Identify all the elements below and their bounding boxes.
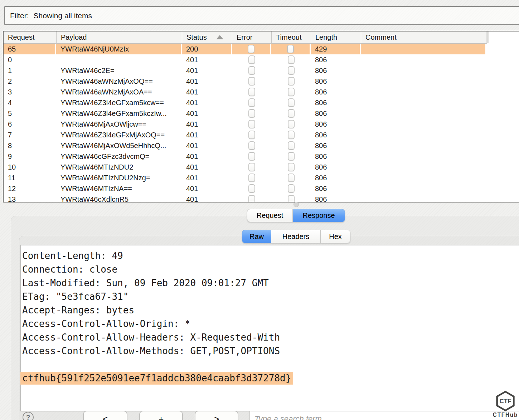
cell-payload: YWRtaW46MjAxOWljcw==: [56, 119, 182, 130]
error-checkbox[interactable]: [248, 174, 255, 182]
column-header-payload[interactable]: Payload: [56, 31, 182, 44]
table-row[interactable]: 11YWRtaW46MTIzNDU2Nzg=401806: [4, 172, 519, 183]
error-checkbox[interactable]: [248, 88, 255, 96]
cell-status: 401: [182, 97, 232, 108]
response-line: Access-Control-Allow-Headers: X-Requeste…: [22, 331, 516, 344]
cell-filler: [486, 76, 519, 87]
error-checkbox[interactable]: [248, 55, 255, 64]
cell-status: 401: [182, 54, 232, 65]
table-row[interactable]: 10YWRtaW46MTIzNDU2401806: [4, 162, 519, 172]
table-row[interactable]: 1YWRtaW46c2E=401806: [4, 65, 519, 76]
error-checkbox[interactable]: [248, 109, 255, 118]
column-header-request[interactable]: Request: [4, 31, 56, 44]
timeout-checkbox[interactable]: [288, 120, 295, 128]
filter-status-text: Showing all items: [34, 11, 92, 20]
cell-filler: [486, 54, 519, 65]
timeout-checkbox[interactable]: [288, 88, 295, 96]
cell-length: 806: [311, 54, 361, 65]
cell-comment: [361, 44, 486, 54]
timeout-checkbox[interactable]: [288, 98, 295, 107]
error-checkbox[interactable]: [248, 66, 255, 75]
table-row[interactable]: 4YWRtaW46Z3l4eGFxam5kcw==401806: [4, 97, 519, 108]
table-row[interactable]: 13YWRtaW46cXdlcnR5401806: [4, 194, 519, 202]
cell-timeout: [271, 65, 311, 76]
cell-error: [232, 130, 271, 140]
highlighted-flag: ctfhub{591f252e5091ee7f1addcb380e4caabf3…: [20, 372, 293, 385]
response-text: Content-Length: 49Connection: closeLast-…: [22, 249, 516, 385]
error-checkbox[interactable]: [248, 195, 255, 202]
error-checkbox[interactable]: [248, 184, 255, 193]
error-checkbox[interactable]: [248, 120, 255, 128]
search-next-button[interactable]: >: [195, 411, 238, 420]
timeout-checkbox[interactable]: [288, 184, 295, 193]
cell-timeout: [271, 194, 311, 202]
search-add-button[interactable]: +: [139, 411, 183, 420]
header-end-divider: [486, 31, 489, 43]
tab-response[interactable]: Response: [293, 209, 345, 222]
timeout-checkbox[interactable]: [288, 141, 295, 150]
timeout-checkbox[interactable]: [288, 195, 295, 202]
cell-comment: [361, 151, 486, 162]
table-row[interactable]: 2YWRtaW46aWNzMjAxOQ==401806: [4, 76, 519, 87]
cell-length: 806: [311, 172, 361, 183]
cell-error: [232, 119, 271, 130]
table-row[interactable]: 12YWRtaW46MTIzNA==401806: [4, 183, 519, 194]
filter-bar[interactable]: Filter: Showing all items: [4, 6, 519, 25]
column-header-timeout[interactable]: Timeout: [271, 31, 311, 44]
cell-request: 13: [4, 194, 56, 202]
tab-raw[interactable]: Raw: [242, 230, 271, 243]
table-row[interactable]: 3YWRtaW46aWNzMjAxOA==401806: [4, 87, 519, 97]
splitter-drag-handle[interactable]: [294, 202, 299, 207]
column-header-length[interactable]: Length: [311, 31, 361, 44]
cell-comment: [361, 140, 486, 151]
table-row[interactable]: 5YWRtaW46Z3l4eGFxam5kczIw...401806: [4, 108, 519, 119]
error-checkbox[interactable]: [248, 141, 255, 150]
error-checkbox[interactable]: [248, 98, 255, 107]
tab-request[interactable]: Request: [247, 209, 293, 222]
error-checkbox[interactable]: [248, 45, 254, 53]
table-row[interactable]: 7YWRtaW46Z3l4eGFxMjAxOQ==401806: [4, 130, 519, 140]
cell-comment: [361, 130, 486, 140]
timeout-checkbox[interactable]: [288, 66, 295, 75]
cell-comment: [361, 172, 486, 183]
response-line: [22, 358, 516, 371]
cell-comment: [361, 194, 486, 202]
response-line: ctfhub{591f252e5091ee7f1addcb380e4caabf3…: [22, 371, 516, 385]
cell-status: 401: [182, 76, 232, 87]
timeout-checkbox[interactable]: [288, 109, 295, 118]
table-row[interactable]: 9YWRtaW46cGFzc3dvcmQ=401806: [4, 151, 519, 162]
table-row[interactable]: 6YWRtaW46MjAxOWljcw==401806: [4, 119, 519, 130]
column-header-status[interactable]: Status: [182, 31, 232, 44]
cell-filler: [486, 172, 519, 183]
search-prev-button[interactable]: <: [83, 411, 127, 420]
results-table: Request Payload Status Error Timeout Len…: [3, 31, 519, 202]
timeout-checkbox[interactable]: [288, 163, 295, 171]
timeout-checkbox[interactable]: [288, 55, 295, 64]
tab-hex[interactable]: Hex: [321, 230, 350, 243]
error-checkbox[interactable]: [248, 163, 255, 171]
timeout-checkbox[interactable]: [288, 77, 295, 86]
cell-error: [232, 194, 271, 202]
timeout-checkbox[interactable]: [287, 45, 294, 53]
table-row[interactable]: 65YWRtaW46NjU0MzIx200429: [4, 44, 519, 54]
cell-length: 806: [311, 87, 361, 97]
table-row[interactable]: 0401806: [4, 54, 519, 65]
search-input[interactable]: [249, 411, 519, 420]
column-header-comment[interactable]: Comment: [361, 31, 486, 44]
column-header-error[interactable]: Error: [232, 31, 271, 44]
error-checkbox[interactable]: [248, 77, 255, 86]
tab-headers[interactable]: Headers: [271, 230, 321, 243]
error-checkbox[interactable]: [248, 152, 255, 161]
cell-length: 806: [311, 151, 361, 162]
timeout-checkbox[interactable]: [288, 131, 295, 139]
timeout-checkbox[interactable]: [288, 152, 295, 161]
cell-request: 7: [4, 130, 56, 140]
cell-filler: [486, 65, 519, 76]
cell-error: [232, 140, 271, 151]
help-icon[interactable]: ?: [23, 412, 34, 420]
cell-length: 806: [311, 183, 361, 194]
timeout-checkbox[interactable]: [288, 174, 295, 182]
error-checkbox[interactable]: [248, 131, 255, 139]
table-row[interactable]: 8YWRtaW46MjAxOWd5eHhhcQ...401806: [4, 140, 519, 151]
cell-timeout: [271, 130, 311, 140]
